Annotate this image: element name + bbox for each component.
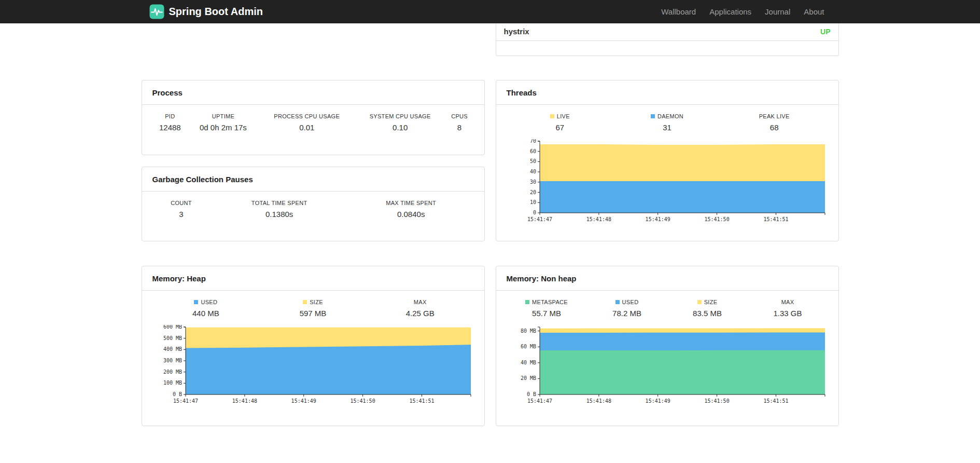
nav-applications[interactable]: Applications — [703, 7, 758, 16]
live-swatch-icon — [550, 114, 554, 118]
legend-value: 83.5 MB — [667, 307, 748, 322]
svg-text:600 MB: 600 MB — [163, 325, 181, 330]
legend-label: USED — [622, 299, 639, 305]
svg-text:15:41:49: 15:41:49 — [645, 216, 670, 222]
process-stats-table: PID UPTIME PROCESS CPU USAGE SYSTEM CPU … — [152, 107, 474, 137]
svg-text:15:41:50: 15:41:50 — [350, 398, 375, 404]
svg-text:0: 0 — [533, 210, 536, 215]
nav-about[interactable]: About — [797, 7, 831, 16]
right-column: hystrix UP Threads LIVE DAEMON PEAK LIVE… — [496, 23, 839, 426]
gc-panel-title: Garbage Collection Pauses — [142, 167, 484, 192]
gc-stat-value: 0.1380s — [210, 208, 348, 223]
svg-text:15:41:49: 15:41:49 — [645, 398, 670, 404]
legend-item: MAX — [748, 293, 828, 307]
gc-col-header: COUNT — [152, 194, 211, 208]
svg-text:500 MB: 500 MB — [163, 335, 181, 341]
process-stat-value: 0.10 — [355, 121, 445, 137]
legend-value: 597 MB — [259, 307, 367, 322]
legend-label: PEAK LIVE — [759, 113, 790, 119]
svg-text:60: 60 — [529, 148, 536, 154]
health-service-name: hystrix — [504, 27, 529, 36]
gc-stat-value: 3 — [152, 208, 211, 223]
health-row-hystrix[interactable]: hystrix UP — [496, 23, 838, 41]
svg-text:100 MB: 100 MB — [163, 380, 181, 386]
svg-text:15:41:47: 15:41:47 — [527, 216, 552, 222]
legend-label: MAX — [781, 299, 794, 305]
legend-label: DAEMON — [657, 113, 683, 119]
nonheap-legend: METASPACE USED SIZE MAX 55.7 MB 78.2 MB … — [507, 293, 828, 322]
navbar: Spring Boot Admin Wallboard Applications… — [0, 0, 980, 23]
gc-stats-table: COUNT TOTAL TIME SPENT MAX TIME SPENT 3 … — [152, 194, 474, 223]
svg-text:0 B: 0 B — [172, 391, 181, 397]
svg-text:300 MB: 300 MB — [163, 358, 181, 363]
legend-item: USED — [587, 293, 667, 307]
nav-wallboard[interactable]: Wallboard — [654, 7, 703, 16]
legend-value: 67 — [507, 121, 614, 137]
memory-heap-panel-title: Memory: Heap — [142, 266, 484, 291]
svg-text:15:41:51: 15:41:51 — [763, 216, 788, 222]
legend-value: 78.2 MB — [587, 307, 667, 322]
main-content: Process PID UPTIME PROCESS CPU USAGE SYS… — [142, 23, 839, 463]
process-col-header: PID — [152, 107, 188, 121]
legend-label: SIZE — [310, 299, 323, 305]
svg-text:15:41:48: 15:41:48 — [586, 216, 611, 222]
svg-text:80 MB: 80 MB — [520, 328, 536, 334]
svg-text:70: 70 — [529, 139, 536, 144]
legend-item: SIZE — [259, 293, 367, 307]
nonheap-chart: 0 B20 MB40 MB60 MB80 MB15:41:4715:41:481… — [507, 325, 828, 406]
brand-link[interactable]: Spring Boot Admin — [149, 4, 263, 19]
gc-col-header: TOTAL TIME SPENT — [210, 194, 348, 208]
svg-text:0 B: 0 B — [526, 391, 536, 397]
process-stat-value: 12488 — [152, 121, 188, 137]
legend-label: LIVE — [557, 113, 570, 119]
memory-nonheap-panel: Memory: Non heap METASPACE USED SIZE MAX… — [496, 266, 839, 426]
spring-boot-admin-logo-icon — [149, 4, 164, 19]
legend-value: 55.7 MB — [507, 307, 587, 322]
legend-item: SIZE — [667, 293, 748, 307]
process-col-header: SYSTEM CPU USAGE — [355, 107, 445, 121]
svg-text:15:41:51: 15:41:51 — [763, 398, 788, 404]
process-panel: Process PID UPTIME PROCESS CPU USAGE SYS… — [142, 80, 485, 155]
legend-item: LIVE — [507, 107, 614, 121]
legend-item: PEAK LIVE — [721, 107, 828, 121]
svg-text:40 MB: 40 MB — [520, 360, 536, 365]
size-swatch-icon — [303, 300, 307, 304]
svg-text:15:41:48: 15:41:48 — [232, 398, 257, 404]
svg-text:40: 40 — [529, 169, 536, 174]
svg-text:15:41:50: 15:41:50 — [704, 216, 729, 222]
used-swatch-icon — [194, 300, 198, 304]
health-panel: hystrix UP — [496, 23, 839, 56]
memory-heap-panel: Memory: Heap USED SIZE MAX 440 MB 597 MB… — [142, 266, 485, 426]
process-col-header: PROCESS CPU USAGE — [259, 107, 355, 121]
svg-text:15:41:50: 15:41:50 — [704, 398, 729, 404]
nav-journal[interactable]: Journal — [758, 7, 797, 16]
svg-text:30: 30 — [529, 179, 536, 185]
legend-item: DAEMON — [613, 107, 721, 121]
memory-nonheap-panel-title: Memory: Non heap — [496, 266, 838, 291]
gc-panel: Garbage Collection Pauses COUNT TOTAL TI… — [142, 167, 485, 241]
process-stat-value: 0.01 — [259, 121, 355, 137]
brand-title: Spring Boot Admin — [169, 6, 263, 18]
heap-legend: USED SIZE MAX 440 MB 597 MB 4.25 GB — [152, 293, 474, 322]
svg-text:15:41:48: 15:41:48 — [586, 398, 611, 404]
used-swatch-icon — [615, 300, 620, 304]
legend-value: 31 — [613, 121, 721, 137]
left-column: Process PID UPTIME PROCESS CPU USAGE SYS… — [142, 23, 485, 426]
svg-text:400 MB: 400 MB — [163, 346, 181, 352]
process-stat-value: 0d 0h 2m 17s — [188, 121, 259, 137]
svg-text:15:41:47: 15:41:47 — [527, 398, 552, 404]
status-badge: UP — [820, 28, 830, 36]
legend-label: MAX — [414, 299, 427, 305]
process-col-header: CPUS — [445, 107, 474, 121]
svg-text:50: 50 — [529, 158, 536, 164]
threads-panel: Threads LIVE DAEMON PEAK LIVE 67 31 68 — [496, 80, 839, 241]
gc-col-header: MAX TIME SPENT — [348, 194, 474, 208]
legend-label: SIZE — [704, 299, 718, 305]
daemon-swatch-icon — [651, 114, 655, 118]
svg-text:60 MB: 60 MB — [520, 344, 536, 349]
nav-links: Wallboard Applications Journal About — [654, 7, 831, 16]
legend-label: METASPACE — [532, 299, 568, 305]
svg-text:15:41:51: 15:41:51 — [409, 398, 434, 404]
legend-value: 1.33 GB — [748, 307, 828, 322]
legend-value: 68 — [721, 121, 828, 137]
